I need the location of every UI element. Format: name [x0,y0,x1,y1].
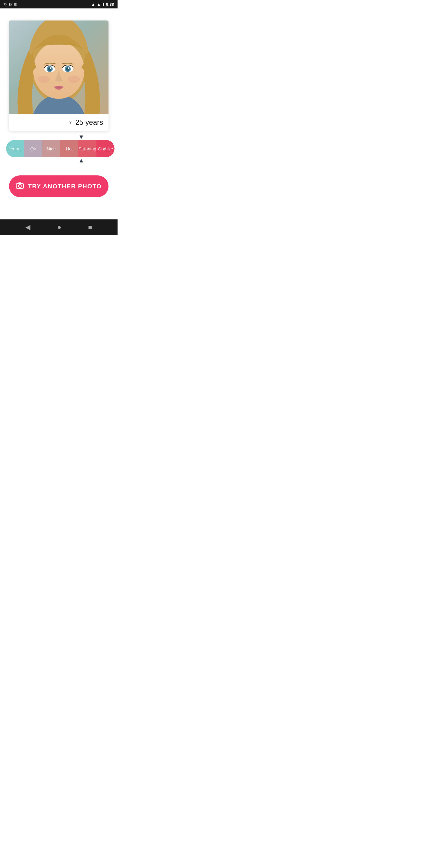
rating-bar[interactable]: Hmm..OkNiceHotStunningGodlike [6,140,115,157]
rating-segment-godlike[interactable]: Godlike [96,140,115,157]
brightness-icon: ◐ [9,2,12,6]
svg-point-11 [68,67,70,69]
svg-rect-16 [19,182,21,184]
wifi-icon: ▲ [91,2,95,7]
back-nav-icon[interactable]: ◀ [25,223,30,231]
status-time: 9:38 [106,2,114,7]
svg-point-13 [68,76,80,83]
status-bar-right: ▲ ▲ ▮ 9:38 [91,2,114,7]
arrow-down-indicator: ▼ [79,134,84,140]
rating-segment-nice[interactable]: Nice [42,140,60,157]
clipboard-icon: ▦ [13,2,17,6]
try-another-button[interactable]: TRY ANOTHER PHOTO [9,176,108,197]
svg-point-12 [38,76,50,83]
photo-info: ♀ 25 years [9,114,108,131]
try-another-label: TRY ANOTHER PHOTO [28,183,101,190]
camera-icon [16,182,24,190]
indicator-row-top: ▼ [4,134,113,140]
arrow-up-indicator: ▲ [79,157,84,163]
svg-point-15 [19,184,22,187]
status-bar-left: ⚙ ◐ ▦ [4,2,17,6]
home-nav-icon[interactable]: ● [57,223,61,231]
recent-nav-icon[interactable]: ■ [88,223,92,231]
battery-icon: ▮ [102,2,104,6]
main-content: ♀ 25 years ▼ Hmm..OkNiceHotStunningGodli… [0,8,118,219]
slider-section: ▼ Hmm..OkNiceHotStunningGodlike ▲ [6,134,112,163]
photo-card: ♀ 25 years [9,21,108,131]
gender-icon: ♀ [68,119,73,126]
nav-bar: ◀ ● ■ [0,219,118,235]
svg-point-7 [50,67,52,69]
age-text: 25 years [75,118,103,127]
status-bar: ⚙ ◐ ▦ ▲ ▲ ▮ 9:38 [0,0,118,8]
indicator-row-bottom: ▲ [4,157,113,163]
photo-placeholder [9,21,108,114]
rating-segment-stunning[interactable]: Stunning [79,140,96,157]
settings-icon: ⚙ [4,2,7,6]
signal-icon: ▲ [97,2,101,7]
rating-segment-ok[interactable]: Ok [24,140,42,157]
rating-segment-hmm..[interactable]: Hmm.. [6,140,24,157]
rating-segment-hot[interactable]: Hot [60,140,79,157]
